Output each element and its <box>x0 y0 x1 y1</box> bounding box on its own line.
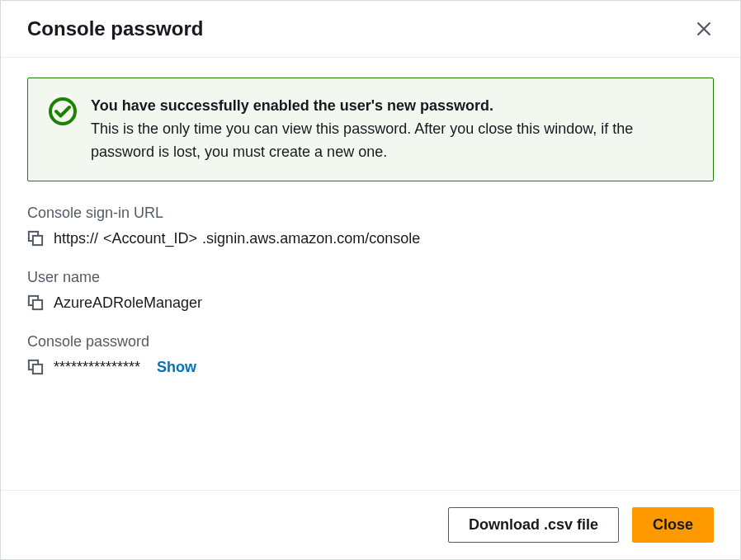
download-csv-button[interactable]: Download .csv file <box>448 507 619 543</box>
modal-title: Console password <box>27 17 203 40</box>
close-icon[interactable] <box>694 19 714 39</box>
account-id-placeholder: <Account_ID> <box>103 230 197 247</box>
copy-icon[interactable] <box>27 230 44 247</box>
console-password-modal: Console password You have successfully e… <box>0 0 741 560</box>
svg-rect-8 <box>33 365 42 374</box>
username-field: User name AzureADRoleManager <box>27 269 714 312</box>
password-label: Console password <box>27 333 714 351</box>
show-password-link[interactable]: Show <box>157 359 196 376</box>
svg-rect-6 <box>33 300 42 309</box>
password-field: Console password *************** Show <box>27 333 714 376</box>
success-check-icon <box>48 96 78 126</box>
signin-url-value: https:// <Account_ID> .signin.aws.amazon… <box>54 230 420 247</box>
password-masked: *************** <box>54 359 140 376</box>
copy-icon[interactable] <box>27 294 44 311</box>
username-value: AzureADRoleManager <box>54 294 202 312</box>
password-row: *************** Show <box>27 359 714 376</box>
signin-url-label: Console sign-in URL <box>27 205 714 222</box>
url-prefix: https:// <box>54 230 98 247</box>
success-body: This is the only time you can view this … <box>91 120 633 160</box>
username-label: User name <box>27 269 714 286</box>
success-alert: You have successfully enabled the user's… <box>27 78 714 181</box>
success-text: You have successfully enabled the user's… <box>91 95 693 164</box>
close-button[interactable]: Close <box>632 507 714 543</box>
modal-footer: Download .csv file Close <box>1 490 740 559</box>
success-title: You have successfully enabled the user's… <box>91 97 493 114</box>
url-suffix: .signin.aws.amazon.com/console <box>202 230 420 247</box>
svg-rect-4 <box>33 236 42 245</box>
modal-header: Console password <box>1 1 740 58</box>
signin-url-field: Console sign-in URL https:// <Account_ID… <box>27 205 714 247</box>
svg-point-2 <box>50 99 75 124</box>
copy-icon[interactable] <box>27 359 44 375</box>
modal-body: You have successfully enabled the user's… <box>1 58 740 490</box>
signin-url-row: https:// <Account_ID> .signin.aws.amazon… <box>27 230 714 247</box>
username-row: AzureADRoleManager <box>27 294 714 312</box>
